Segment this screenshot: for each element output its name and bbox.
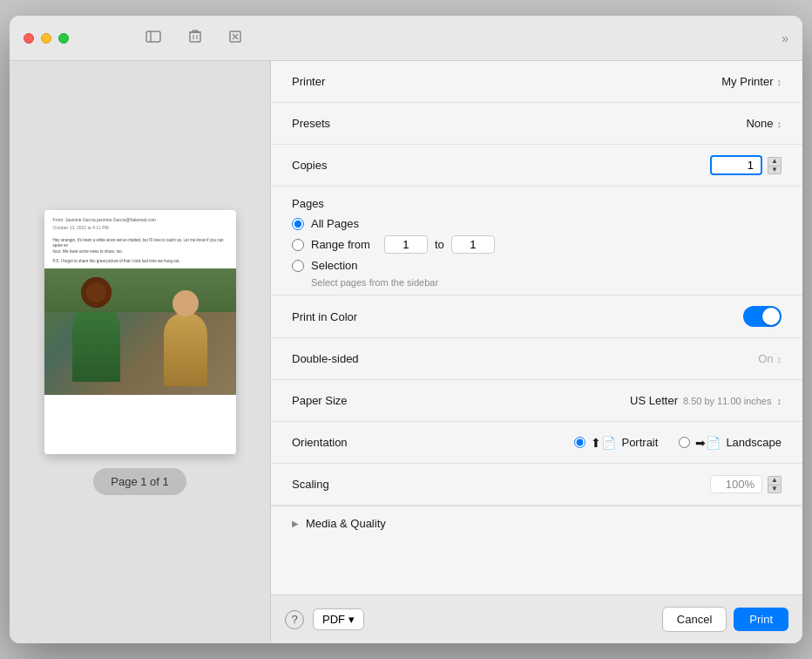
paper-size-value: US Letter: [630, 394, 678, 407]
double-sided-row: Double-sided On ↕: [271, 338, 802, 380]
media-quality-chevron: ▶: [292, 519, 299, 528]
media-quality-label: Media & Quality: [306, 517, 386, 530]
page-preview: From: Jasmine Garcia jasmine.Garcia@fake…: [44, 210, 236, 454]
selection-label[interactable]: Selection: [311, 259, 357, 272]
print-in-color-toggle[interactable]: [743, 306, 782, 327]
copies-stepper: ▲ ▼: [768, 157, 782, 174]
selection-row: Selection: [292, 259, 782, 272]
paper-size-label: Paper Size: [292, 394, 396, 407]
scaling-decrement[interactable]: ▼: [768, 485, 782, 493]
cancel-button[interactable]: Cancel: [662, 607, 727, 632]
pdf-button[interactable]: PDF ▾: [313, 608, 364, 630]
print-in-color-label: Print in Color: [292, 310, 396, 323]
range-to-label: to: [435, 238, 444, 251]
pdf-label: PDF: [322, 613, 345, 626]
landscape-label[interactable]: Landscape: [726, 436, 782, 449]
selection-hint: Select pages from the sidebar: [311, 277, 782, 288]
paper-size-row: Paper Size US Letter 8.50 by 11.00 inche…: [271, 380, 802, 422]
email-body: Hey stranger, It's been a while since we…: [44, 234, 236, 268]
portrait-label[interactable]: Portrait: [621, 436, 658, 449]
svg-rect-0: [146, 31, 160, 42]
portrait-icon: ⬆📄: [591, 436, 616, 450]
orientation-options: ⬆📄 Portrait ➡📄 Landscape: [574, 436, 782, 450]
orientation-row: Orientation ⬆📄 Portrait ➡📄 Landscape: [271, 422, 802, 464]
scaling-increment[interactable]: ▲: [768, 476, 782, 485]
email-header: From: Jasmine Garcia jasmine.Garcia@fake…: [44, 210, 236, 234]
all-pages-radio[interactable]: [292, 218, 304, 230]
toggle-knob: [762, 308, 780, 325]
email-image: [44, 268, 236, 395]
range-from-label[interactable]: Range from: [311, 238, 370, 251]
paper-size-dims: 8.50 by 11.00 inches: [683, 396, 772, 406]
orientation-label: Orientation: [292, 436, 396, 449]
range-pages-radio[interactable]: [292, 239, 304, 251]
scaling-stepper: ▲ ▼: [768, 476, 782, 493]
landscape-option[interactable]: ➡📄 Landscape: [679, 436, 782, 450]
pdf-arrow: ▾: [348, 613, 355, 626]
range-from-input[interactable]: [384, 235, 428, 254]
printer-value-group: My Printer ↕: [721, 75, 782, 88]
bottom-toolbar: ? PDF ▾ Cancel Print: [271, 594, 802, 643]
titlebar: »: [10, 16, 802, 61]
main-content: From: Jasmine Garcia jasmine.Garcia@fake…: [10, 61, 802, 643]
copies-value-group: ▲ ▼: [710, 155, 782, 175]
preview-panel: From: Jasmine Garcia jasmine.Garcia@fake…: [10, 61, 271, 643]
media-quality-row[interactable]: ▶ Media & Quality: [271, 506, 802, 540]
minimize-button[interactable]: [41, 33, 51, 44]
print-dialog-window: » From: Jasmine Garcia jasmine.Garcia@fa…: [10, 16, 802, 643]
sidebar-icon[interactable]: [145, 31, 161, 46]
settings-scroll: Printer My Printer ↕ Presets None ↕: [271, 61, 802, 594]
double-sided-value-group: On ↕: [758, 352, 782, 365]
printer-label: Printer: [292, 75, 396, 88]
paper-size-arrow[interactable]: ↕: [777, 396, 782, 406]
copies-increment[interactable]: ▲: [768, 157, 782, 166]
presets-value-group: None ↕: [746, 117, 782, 130]
scaling-label: Scaling: [292, 478, 396, 491]
double-sided-value: On: [758, 352, 773, 365]
scaling-row: Scaling ▲ ▼: [271, 464, 802, 506]
double-sided-arrow[interactable]: ↕: [777, 354, 782, 364]
email-from: From: Jasmine Garcia jasmine.Garcia@fake…: [53, 217, 227, 223]
scaling-value-group: ▲ ▼: [710, 475, 782, 493]
printer-row: Printer My Printer ↕: [271, 61, 802, 103]
portrait-radio[interactable]: [574, 437, 585, 448]
print-in-color-toggle-group: [743, 306, 782, 327]
portrait-option[interactable]: ⬆📄 Portrait: [574, 436, 658, 450]
svg-rect-4: [193, 31, 198, 32]
double-sided-label: Double-sided: [292, 352, 396, 365]
copies-decrement[interactable]: ▼: [768, 166, 782, 174]
help-button[interactable]: ?: [285, 610, 304, 629]
landscape-radio[interactable]: [679, 437, 690, 448]
copies-row: Copies ▲ ▼: [271, 145, 802, 187]
all-pages-label[interactable]: All Pages: [311, 217, 359, 230]
range-inputs: to: [384, 235, 495, 254]
range-to-input[interactable]: [451, 235, 495, 254]
trash-icon[interactable]: [189, 30, 201, 47]
pages-section: Pages All Pages Range from to: [271, 187, 802, 296]
copies-label: Copies: [292, 159, 396, 172]
pages-label: Pages: [292, 197, 782, 210]
close-button[interactable]: [24, 33, 34, 44]
svg-rect-2: [190, 32, 200, 42]
presets-label: Presets: [292, 117, 396, 130]
landscape-icon: ➡📄: [695, 436, 721, 450]
paper-size-value-group: US Letter 8.50 by 11.00 inches ↕: [630, 394, 782, 407]
expand-icon[interactable]: »: [782, 31, 788, 45]
presets-row: Presets None ↕: [271, 103, 802, 145]
print-in-color-row: Print in Color: [271, 296, 802, 338]
printer-arrow[interactable]: ↕: [777, 77, 782, 87]
close-x-icon[interactable]: [229, 31, 241, 46]
copies-input[interactable]: [710, 155, 762, 175]
print-button[interactable]: Print: [734, 608, 788, 631]
scaling-input[interactable]: [710, 475, 762, 493]
email-date: October 13, 2022 at 4:11 PM: [53, 225, 227, 231]
presets-value: None: [746, 117, 773, 130]
settings-panel: Printer My Printer ↕ Presets None ↕: [271, 61, 802, 643]
page-indicator: Page 1 of 1: [93, 468, 186, 495]
all-pages-row: All Pages: [292, 217, 782, 230]
selection-radio[interactable]: [292, 260, 304, 272]
presets-arrow[interactable]: ↕: [777, 119, 782, 129]
printer-value: My Printer: [721, 75, 773, 88]
maximize-button[interactable]: [58, 33, 69, 44]
range-from-row: Range from to: [292, 235, 782, 254]
